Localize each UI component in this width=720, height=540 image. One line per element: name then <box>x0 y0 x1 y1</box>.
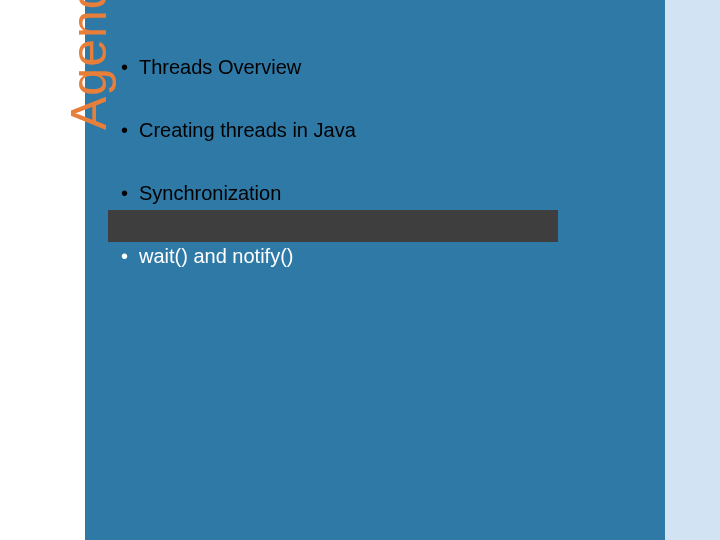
right-column <box>665 0 720 540</box>
bullet-icon: • <box>121 56 128 79</box>
agenda-item: • Creating threads in Java <box>125 113 665 148</box>
bullet-icon: • <box>121 119 128 142</box>
agenda-item-text: wait() and notify() <box>139 245 294 267</box>
bullet-icon: • <box>121 182 128 205</box>
agenda-list: • Threads Overview • Creating threads in… <box>125 50 665 302</box>
agenda-item-highlighted: • wait() and notify() <box>125 239 665 274</box>
slide: Agenda • Threads Overview • Creating thr… <box>0 0 720 540</box>
agenda-item-text: Synchronization <box>139 182 281 204</box>
bullet-icon: • <box>121 245 128 268</box>
agenda-item: • Threads Overview <box>125 50 665 85</box>
slide-title: Agenda <box>60 0 118 130</box>
agenda-item-text: Threads Overview <box>139 56 301 78</box>
agenda-item-text: Creating threads in Java <box>139 119 356 141</box>
agenda-item: • Synchronization <box>125 176 665 211</box>
